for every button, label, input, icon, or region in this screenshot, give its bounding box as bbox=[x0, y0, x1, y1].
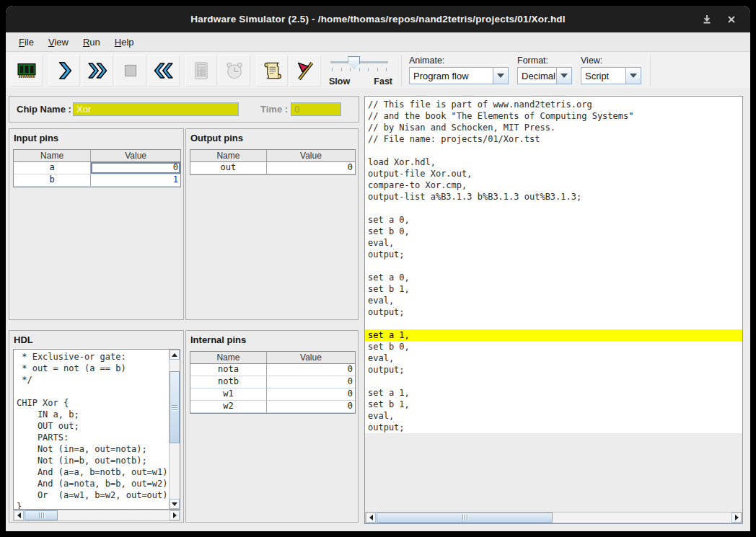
code-line bbox=[365, 145, 742, 156]
code-line: set a 1, bbox=[365, 387, 742, 399]
chevron-down-icon[interactable] bbox=[556, 68, 571, 84]
table-row: nota0 bbox=[190, 364, 355, 376]
pin-value-cell[interactable]: 0 bbox=[266, 401, 355, 412]
input-pins-title: Input pins bbox=[9, 129, 183, 143]
input-pins-panel: Input pins NameValuea0b1 bbox=[9, 128, 184, 320]
chip-name-label: Chip Name : bbox=[17, 104, 71, 115]
reset-button[interactable] bbox=[148, 55, 180, 86]
code-line: set a 0, bbox=[365, 272, 742, 283]
code-line: output; bbox=[365, 422, 742, 433]
menu-run[interactable]: Run bbox=[76, 37, 107, 48]
code-line: output-list a%B3.1.3 b%B3.1.3 out%B3.1.3… bbox=[365, 191, 742, 203]
scroll-down-button[interactable] bbox=[170, 499, 180, 509]
title-bar: Hardware Simulator (2.5) - /home/thomas/… bbox=[6, 6, 750, 32]
chip-name-panel: Chip Name : Xor Time : 0 bbox=[9, 96, 359, 123]
format-select[interactable]: Decimal bbox=[517, 67, 572, 84]
breakpoints-button[interactable] bbox=[289, 55, 321, 86]
script-view: // This file is part of www.nand2tetris.… bbox=[365, 97, 742, 433]
minimize-button[interactable] bbox=[698, 11, 716, 28]
code-line bbox=[365, 260, 742, 272]
time-field: 0 bbox=[291, 102, 341, 116]
scroll-right-button[interactable] bbox=[731, 512, 742, 523]
reset-icon bbox=[153, 60, 175, 81]
pin-name-cell: b bbox=[14, 174, 90, 186]
code-line: set b 0, bbox=[365, 341, 742, 352]
output-pins-table: NameValueout0 bbox=[190, 149, 356, 175]
hdl-code-view: * Exclusive-or gate: * out = not (a == b… bbox=[13, 349, 180, 510]
chip-name-field[interactable]: Xor bbox=[73, 102, 239, 116]
close-icon bbox=[726, 14, 737, 25]
code-line bbox=[365, 318, 742, 329]
animate-value: Program flow bbox=[410, 71, 493, 81]
script-hscroll-thumb[interactable] bbox=[377, 512, 553, 523]
table-row: out0 bbox=[190, 162, 355, 174]
menu-view[interactable]: View bbox=[41, 37, 76, 48]
pin-value-cell[interactable]: 0 bbox=[90, 162, 180, 174]
chevron-down-icon[interactable] bbox=[625, 68, 641, 84]
pin-value-cell[interactable]: 0 bbox=[266, 389, 355, 400]
column-header-value: Value bbox=[90, 150, 180, 161]
scroll-left-button[interactable] bbox=[366, 512, 376, 523]
format-value: Decimal bbox=[518, 71, 556, 81]
animate-select[interactable]: Program flow bbox=[409, 67, 509, 84]
app-window: Hardware Simulator (2.5) - /home/thomas/… bbox=[6, 6, 750, 531]
stop-icon bbox=[120, 60, 141, 81]
hdl-hscroll-thumb[interactable] bbox=[25, 510, 58, 520]
run-button[interactable] bbox=[82, 55, 113, 86]
pin-value-cell[interactable]: 1 bbox=[90, 174, 180, 186]
hdl-vscroll-thumb[interactable] bbox=[170, 371, 180, 443]
clock-button[interactable] bbox=[219, 55, 250, 86]
animate-block: Animate: Program flow bbox=[409, 56, 509, 84]
animate-label: Animate: bbox=[409, 56, 509, 66]
code-line bbox=[365, 203, 742, 214]
time-label: Time : bbox=[260, 104, 288, 115]
code-line: PARTS: bbox=[14, 432, 169, 443]
code-line: Or (a=w1, b=w2, out=out); bbox=[14, 489, 169, 501]
code-line: Not (in=a, out=nota); bbox=[14, 443, 169, 455]
script-horizontal-scrollbar bbox=[365, 512, 742, 523]
scroll-up-button[interactable] bbox=[170, 350, 180, 360]
slider-fast-label: Fast bbox=[374, 76, 392, 86]
code-line bbox=[365, 376, 742, 387]
output-pins-panel: Output pins NameValueout0 bbox=[185, 128, 359, 320]
scroll-right-button[interactable] bbox=[170, 510, 180, 520]
table-row: w10 bbox=[190, 389, 355, 401]
pin-name-cell: out bbox=[190, 162, 266, 174]
pin-value-cell[interactable]: 0 bbox=[266, 162, 355, 174]
load-script-button[interactable] bbox=[256, 55, 288, 86]
view-label: View: bbox=[581, 56, 641, 66]
menu-bar: FileViewRunHelp bbox=[6, 32, 750, 52]
menu-file[interactable]: File bbox=[12, 37, 41, 48]
pin-name-cell: nota bbox=[190, 364, 266, 376]
single-step-button[interactable] bbox=[48, 55, 80, 86]
code-line: And (a=nota, b=b, out=w2); bbox=[14, 478, 169, 489]
table-row: notb0 bbox=[190, 376, 355, 389]
menu-help[interactable]: Help bbox=[107, 37, 141, 48]
code-line bbox=[14, 386, 169, 397]
hdl-horizontal-scrollbar bbox=[13, 510, 180, 521]
calculator-button[interactable] bbox=[185, 55, 217, 86]
load-chip-button[interactable] bbox=[11, 55, 43, 86]
code-line: Not (in=b, out=notb); bbox=[14, 455, 169, 466]
code-line: } bbox=[14, 501, 169, 510]
stop-button[interactable] bbox=[115, 55, 146, 86]
load-script-icon bbox=[261, 60, 283, 81]
current-script-line: set a 1, bbox=[365, 329, 742, 341]
chevron-down-icon[interactable] bbox=[493, 68, 508, 84]
internal-pins-panel: Internal pins NameValuenota0notb0w10w20 bbox=[185, 330, 359, 523]
pin-value-cell[interactable]: 0 bbox=[266, 364, 355, 376]
pin-name-cell: w1 bbox=[190, 389, 266, 400]
code-line: set b 1, bbox=[365, 283, 742, 295]
code-line: eval, bbox=[365, 410, 742, 422]
scroll-left-button[interactable] bbox=[14, 510, 24, 520]
code-line: output; bbox=[365, 306, 742, 318]
close-button[interactable] bbox=[723, 11, 740, 28]
column-header-name: Name bbox=[14, 150, 90, 161]
code-line: eval, bbox=[365, 237, 742, 249]
pin-value-cell[interactable]: 0 bbox=[266, 376, 355, 388]
speed-slider: Slow Fast bbox=[329, 55, 392, 86]
internal-pins-title: Internal pins bbox=[186, 331, 358, 345]
window-title: Hardware Simulator (2.5) - /home/thomas/… bbox=[190, 14, 566, 25]
code-line: IN a, b; bbox=[14, 409, 169, 420]
view-select[interactable]: Script bbox=[581, 67, 641, 84]
